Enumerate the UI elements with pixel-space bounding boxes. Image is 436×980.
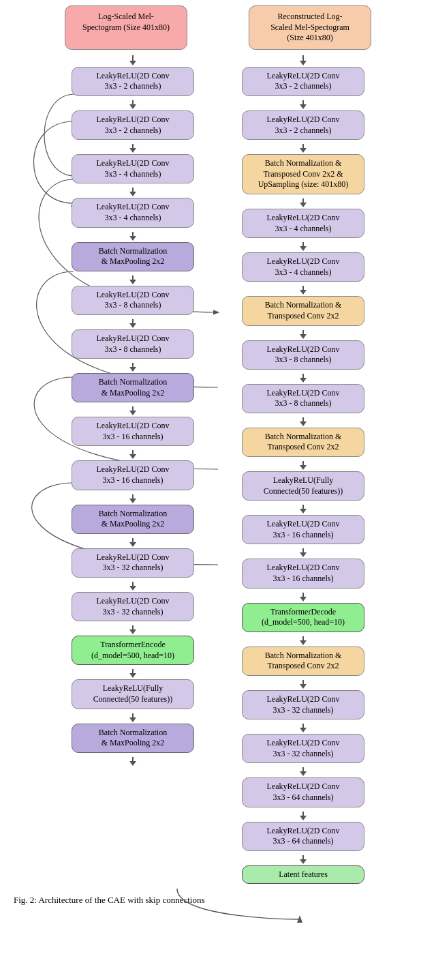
left-bn-maxpool-4: Batch Normalization& MaxPooling 2x2 (72, 724, 194, 753)
right-node-8: LeakyReLU(2D Conv3x3 - 16 channels) (242, 559, 364, 588)
right-node-5: LeakyReLU(2D Conv3x3 - 8 channels) (242, 340, 364, 370)
right-node-10: LeakyReLU(2D Conv3x3 - 32 channels) (242, 734, 364, 763)
right-node-7: LeakyReLU(2D Conv3x3 - 16 channels) (242, 515, 364, 544)
right-node-6: LeakyReLU(2D Conv3x3 - 8 channels) (242, 384, 364, 413)
svg-marker-2 (297, 915, 302, 923)
caption-text: Fig. 2: Architecture of the CAE with ski… (14, 895, 205, 905)
right-node-1: LeakyReLU(2D Conv3x3 - 2 channels) (242, 67, 364, 96)
left-node-5: LeakyReLU(2D Conv3x3 - 8 channels) (72, 286, 194, 315)
figure-caption: Fig. 2: Architecture of the CAE with ski… (0, 888, 436, 907)
left-node-3: LeakyReLU(2D Conv3x3 - 4 channels) (72, 154, 194, 183)
transformer-decode-node: TransformerDecode(d_model=500, head=10) (242, 603, 364, 632)
right-bn-transconv-2: Batch Normalization &Transposed Conv 2x2 (242, 428, 364, 457)
left-node-10: LeakyReLU(2D Conv3x3 - 32 channels) (72, 592, 194, 621)
left-node-6: LeakyReLU(2D Conv3x3 - 8 channels) (72, 329, 194, 359)
left-node-9: LeakyReLU(2D Conv3x3 - 32 channels) (72, 548, 194, 578)
input-spectrogram-label: Log-Scaled Mel-Spectogram (Size 401x80) (82, 12, 170, 32)
left-bn-maxpool-3: Batch Normalization& MaxPooling 2x2 (72, 505, 194, 534)
right-node-3: LeakyReLU(2D Conv3x3 - 4 channels) (242, 209, 364, 238)
right-node-2: LeakyReLU(2D Conv3x3 - 2 channels) (242, 110, 364, 140)
right-bn-transconv-1: Batch Normalization &Transposed Conv 2x2 (242, 296, 364, 325)
encoder-column: LeakyReLU(2D Conv3x3 - 2 channels) Leaky… (58, 55, 208, 889)
left-node-7: LeakyReLU(2D Conv3x3 - 16 channels) (72, 417, 194, 446)
left-node-4: LeakyReLU(2D Conv3x3 - 4 channels) (72, 198, 194, 227)
architecture-diagram: Log-Scaled Mel-Spectogram (Size 401x80) … (0, 5, 436, 907)
top-inputs-row: Log-Scaled Mel-Spectogram (Size 401x80) … (0, 5, 436, 50)
right-node-4: LeakyReLU(2D Conv3x3 - 4 channels) (242, 252, 364, 282)
left-bn-maxpool-2: Batch Normalization& MaxPooling 2x2 (72, 373, 194, 402)
right-bn-transconv-3: Batch Normalization &Transposed Conv 2x2 (242, 647, 364, 676)
latent-features-label: Latent features (279, 870, 328, 879)
right-node-12: LeakyReLU(2D Conv3x3 - 64 channels) (242, 822, 364, 851)
decoder-column: LeakyReLU(2D Conv3x3 - 2 channels) Leaky… (228, 55, 378, 889)
right-node-9: LeakyReLU(2D Conv3x3 - 32 channels) (242, 690, 364, 719)
left-node-1: LeakyReLU(2D Conv3x3 - 2 channels) (72, 67, 194, 96)
input-spectrogram-box: Log-Scaled Mel-Spectogram (Size 401x80) (65, 5, 187, 50)
output-spectrogram-label: Reconstructed Log-Scaled Mel-Spectogram(… (270, 12, 349, 42)
latent-features-node: Latent features (242, 865, 364, 885)
right-node-fc: LeakyReLU(FullyConnected(50 features)) (242, 471, 364, 501)
transformer-encode-node: TransformerEncode(d_model=500, head=10) (72, 636, 194, 665)
left-node-8: LeakyReLU(2D Conv3x3 - 16 channels) (72, 460, 194, 490)
left-node-fc: LeakyReLU(FullyConnected(50 features)) (72, 679, 194, 709)
left-bn-maxpool-1: Batch Normalization& MaxPooling 2x2 (72, 242, 194, 271)
left-node-2: LeakyReLU(2D Conv3x3 - 2 channels) (72, 110, 194, 140)
output-spectrogram-box: Reconstructed Log-Scaled Mel-Spectogram(… (249, 5, 371, 50)
right-node-11: LeakyReLU(2D Conv3x3 - 64 channels) (242, 777, 364, 807)
right-bn-transconv-upsample: Batch Normalization &Transposed Conv 2x2… (242, 154, 364, 194)
